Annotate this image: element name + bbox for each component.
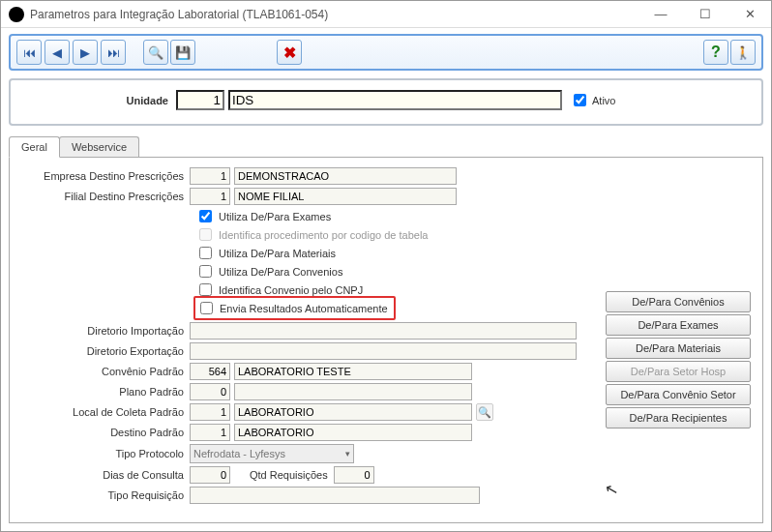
maximize-button[interactable]: ☐	[692, 5, 719, 24]
close-button[interactable]: ✕	[736, 5, 763, 24]
chk-depara-convenios-label: Utiliza De/Para Convenios	[219, 266, 342, 278]
last-record-button[interactable]: ⏭	[101, 40, 126, 65]
active-checkbox[interactable]	[574, 94, 586, 106]
search-button[interactable]: 🔍	[143, 40, 168, 65]
chk-depara-materiais[interactable]	[199, 247, 212, 259]
btn-depara-convenio-setor[interactable]: De/Para Convênio Setor	[606, 384, 751, 405]
chk-depara-convenios[interactable]	[199, 265, 212, 278]
btn-depara-exames[interactable]: De/Para Exames	[606, 314, 751, 336]
chevron-down-icon: ▾	[345, 449, 350, 458]
local-code-input[interactable]	[190, 403, 230, 421]
titlebar: Parametros para Integração Laboratorial …	[1, 1, 771, 28]
plano-desc-input[interactable]	[234, 383, 472, 400]
unit-bar: Unidade Ativo	[9, 78, 763, 126]
tipo-req-label: Tipo Requisição	[17, 489, 190, 501]
chk-depara-materiais-label: Utiliza De/Para Materiais	[219, 248, 336, 259]
unit-code-input[interactable]	[176, 90, 224, 110]
minimize-button[interactable]: —	[647, 5, 674, 24]
dir-import-label: Diretorio Importação	[17, 325, 190, 337]
chk-ident-cnpj-label: Identifica Convenio pelo CNPJ	[219, 284, 363, 296]
dir-import-input[interactable]	[190, 322, 577, 340]
empresa-code-input[interactable]	[190, 167, 230, 185]
app-icon	[9, 7, 24, 22]
tab-webservice[interactable]: Webservice	[59, 136, 139, 158]
prev-record-button[interactable]: ◀	[45, 40, 70, 65]
local-desc-input[interactable]	[234, 403, 472, 421]
destino-label: Destino Padrão	[17, 427, 190, 438]
tipo-protocolo-value: Nefrodata - Lyfesys	[193, 448, 285, 459]
unit-desc-input[interactable]	[228, 90, 562, 110]
first-record-button[interactable]: ⏮	[16, 40, 42, 65]
btn-depara-setor-hosp: De/Para Setor Hosp	[606, 361, 751, 382]
active-checkbox-label[interactable]: Ativo	[570, 91, 615, 109]
toolbar: ⏮ ◀ ▶ ⏭ 🔍 💾 ✖ ? 🚶	[9, 34, 763, 71]
plano-code-input[interactable]	[190, 383, 230, 400]
chk-envia-auto-label: Envia Resultados Automaticamente	[220, 303, 388, 314]
convenio-desc-input[interactable]	[234, 363, 472, 380]
filial-code-input[interactable]	[190, 188, 230, 205]
empresa-label: Empresa Destino Prescrições	[17, 170, 190, 182]
chk-ident-proc	[199, 228, 212, 241]
destino-desc-input[interactable]	[234, 424, 472, 441]
btn-depara-recipientes[interactable]: De/Para Recipientes	[606, 407, 751, 429]
tab-geral[interactable]: Geral	[9, 136, 60, 158]
plano-label: Plano Padrão	[17, 386, 190, 398]
dias-consulta-label: Dias de Consulta	[17, 469, 190, 481]
dias-consulta-input[interactable]	[190, 466, 230, 484]
next-record-button[interactable]: ▶	[73, 40, 98, 65]
highlight-envia-auto: Envia Resultados Automaticamente	[193, 296, 396, 320]
filial-label: Filial Destino Prescrições	[17, 191, 190, 202]
btn-depara-convenios[interactable]: De/Para Convênios	[606, 291, 751, 312]
chk-depara-exames[interactable]	[199, 210, 212, 222]
qtd-req-input[interactable]	[334, 466, 374, 484]
delete-button[interactable]: ✖	[277, 40, 302, 65]
empresa-desc-input[interactable]	[234, 167, 457, 185]
chk-ident-cnpj[interactable]	[199, 283, 212, 296]
tab-strip: Geral Webservice	[9, 135, 763, 157]
dir-export-label: Diretorio Exportação	[17, 345, 190, 357]
tipo-protocolo-dropdown[interactable]: Nefrodata - Lyfesys ▾	[190, 444, 354, 463]
qtd-req-label: Qtd Requisições	[250, 469, 328, 481]
filial-desc-input[interactable]	[234, 188, 457, 205]
exit-button[interactable]: 🚶	[730, 40, 756, 65]
save-button[interactable]: 💾	[170, 40, 195, 65]
btn-depara-materiais[interactable]: De/Para Materiais	[606, 338, 751, 359]
window-title: Parametros para Integração Laboratorial …	[30, 8, 647, 21]
chk-ident-proc-label: Identifica procedimento por codigo de ta…	[219, 229, 428, 241]
tab-panel-geral: Empresa Destino Prescrições Filial Desti…	[9, 157, 763, 523]
unit-label: Unidade	[16, 95, 176, 106]
local-label: Local de Coleta Padrão	[17, 406, 190, 418]
tipo-protocolo-label: Tipo Protocolo	[17, 448, 190, 459]
convenio-code-input[interactable]	[190, 363, 230, 380]
help-button[interactable]: ?	[703, 40, 728, 65]
active-label: Ativo	[592, 95, 615, 106]
destino-code-input[interactable]	[190, 424, 230, 441]
window-main: Parametros para Integração Laboratorial …	[0, 0, 772, 532]
local-search-icon[interactable]: 🔍	[476, 403, 493, 421]
dir-export-input[interactable]	[190, 342, 577, 360]
convenio-label: Convênio Padrão	[17, 366, 190, 377]
chk-envia-auto[interactable]	[200, 302, 213, 314]
chk-depara-exames-label: Utiliza De/Para Exames	[219, 211, 331, 222]
tipo-req-input[interactable]	[190, 487, 480, 504]
